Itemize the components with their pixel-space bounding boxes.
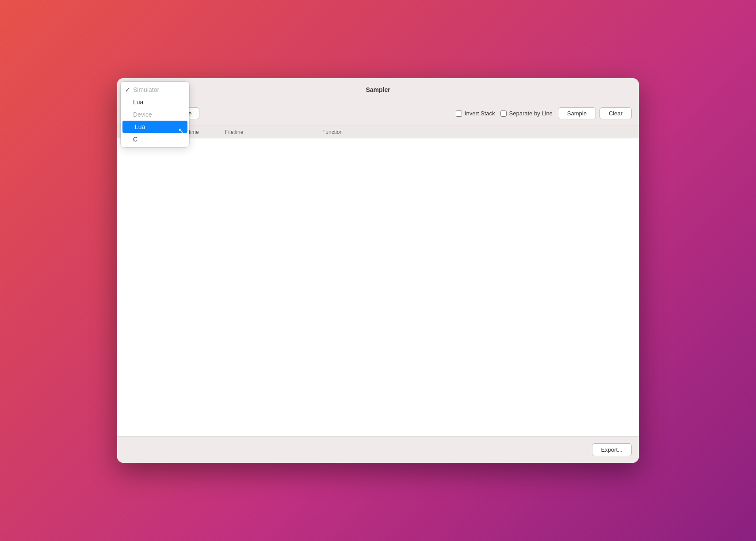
dropdown-item-simulator-label: Simulator (133, 86, 159, 93)
window-title: Sampler (366, 86, 390, 93)
sample-button[interactable]: Sample (558, 107, 596, 119)
dropdown-item-lua1[interactable]: Lua (121, 96, 189, 108)
bottom-bar: Export... (117, 436, 639, 463)
column-header-function[interactable]: Function (319, 129, 632, 135)
main-window: Sampler Samples Call Tree Invert Stack S… (117, 78, 639, 463)
invert-stack-label: Invert Stack (465, 110, 495, 117)
titlebar: Sampler (117, 78, 639, 101)
content-area (117, 138, 639, 436)
dropdown-item-lua1-label: Lua (133, 99, 143, 106)
separate-by-line-label: Separate by Line (509, 110, 553, 117)
separate-by-line-group: Separate by Line (500, 110, 553, 117)
dropdown-item-lua2[interactable]: Lua ↖ (122, 121, 187, 133)
dropdown-menu: Simulator Lua Device Lua ↖ C (121, 82, 189, 147)
table-header: Frameti... GCtime File:line Function (117, 126, 639, 138)
dropdown-item-device-label: Device (133, 111, 152, 118)
invert-stack-group: Invert Stack (456, 110, 495, 117)
separate-by-line-checkbox[interactable] (500, 110, 507, 117)
dropdown-item-device: Device (121, 108, 189, 121)
export-button[interactable]: Export... (592, 443, 632, 456)
invert-stack-checkbox[interactable] (456, 110, 462, 117)
column-header-fileline[interactable]: File:line (221, 129, 319, 135)
dropdown-item-c-label: C (133, 136, 137, 143)
toolbar-right: Sample Clear (558, 107, 632, 119)
clear-button[interactable]: Clear (599, 107, 632, 119)
dropdown-item-lua2-label: Lua (135, 123, 145, 130)
dropdown-item-c[interactable]: C (121, 133, 189, 145)
dropdown-item-simulator[interactable]: Simulator (121, 84, 189, 96)
toolbar: Samples Call Tree Invert Stack Separate … (117, 101, 639, 126)
